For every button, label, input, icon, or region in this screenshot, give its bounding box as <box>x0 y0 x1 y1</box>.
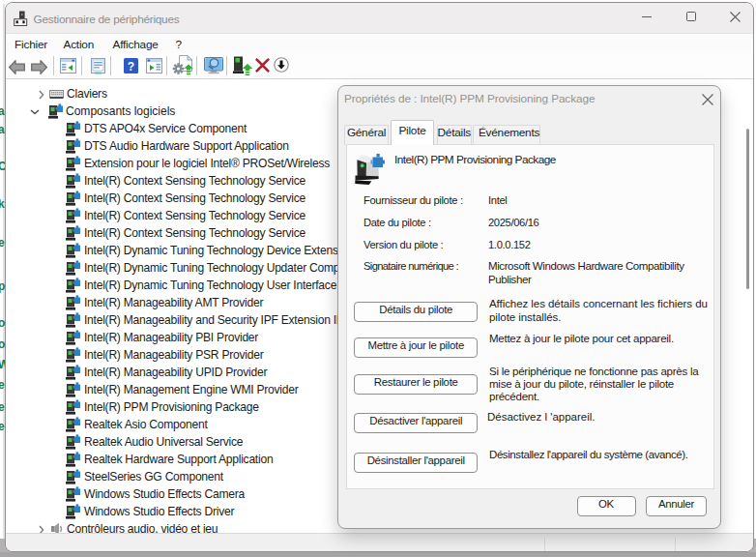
svg-text:?: ? <box>128 60 134 73</box>
